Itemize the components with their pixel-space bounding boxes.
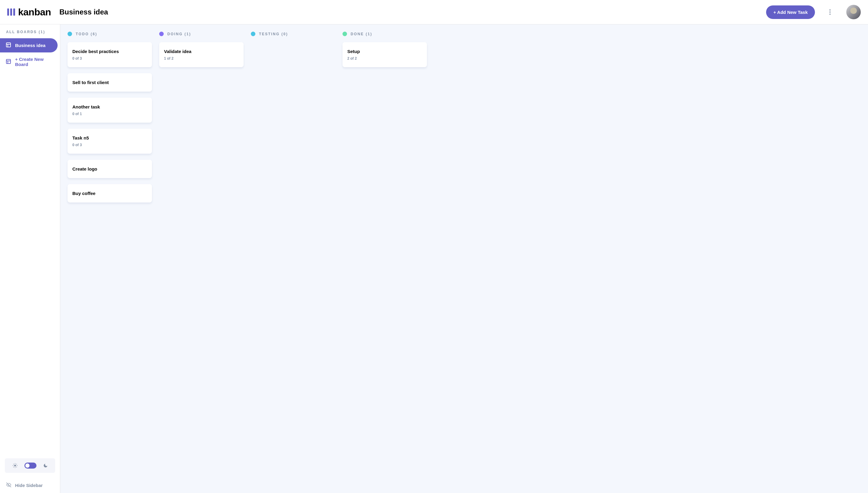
header: kanban Business idea + Add New Task — [0, 0, 868, 24]
svg-point-6 — [14, 465, 16, 467]
column-testing: TESTING (0) — [251, 31, 335, 486]
add-new-task-button[interactable]: + Add New Task — [766, 5, 815, 19]
column-header: DONE (1) — [342, 31, 427, 36]
column-color-dot — [342, 31, 347, 36]
column-header: DOING (1) — [159, 31, 244, 36]
task-card-subtask-count: 0 of 3 — [72, 143, 147, 147]
moon-icon — [43, 463, 48, 468]
hide-sidebar-button[interactable]: Hide Sidebar — [0, 478, 60, 493]
column-header: TODO (6) — [67, 31, 152, 36]
task-card[interactable]: Create logo — [67, 160, 152, 178]
hide-sidebar-label: Hide Sidebar — [15, 483, 43, 488]
create-new-board-button[interactable]: + Create New Board — [0, 52, 60, 71]
task-card-title: Task n5 — [72, 135, 147, 141]
board-title: Business idea — [59, 8, 108, 16]
task-card[interactable]: Decide best practices0 of 3 — [67, 42, 152, 67]
eye-off-icon — [6, 483, 12, 488]
theme-toggle-switch[interactable] — [24, 463, 37, 469]
board-icon — [6, 59, 11, 65]
column-doing: DOING (1)Validate idea1 of 2 — [159, 31, 244, 486]
task-card[interactable]: Task n50 of 3 — [67, 129, 152, 154]
avatar[interactable] — [846, 5, 861, 19]
task-card-subtask-count: 0 of 1 — [72, 112, 147, 116]
task-card-title: Another task — [72, 104, 147, 109]
task-card[interactable]: Buy coffee — [67, 184, 152, 202]
board-menu-button[interactable] — [827, 7, 833, 17]
boards-heading: ALL BOARDS (1) — [0, 24, 60, 38]
svg-rect-3 — [6, 59, 10, 64]
sidebar-item-label: Business idea — [15, 43, 45, 48]
app-logo: kanban — [7, 7, 51, 18]
task-card-title: Create logo — [72, 166, 147, 171]
app-name: kanban — [18, 7, 51, 18]
sidebar: ALL BOARDS (1) Business idea — [0, 24, 60, 493]
column-label: TODO (6) — [76, 32, 98, 36]
task-card-subtask-count: 2 of 2 — [347, 56, 422, 61]
column-todo: TODO (6)Decide best practices0 of 3Sell … — [67, 31, 152, 486]
task-card-title: Buy coffee — [72, 191, 147, 196]
task-card-title: Sell to first client — [72, 80, 147, 85]
column-color-dot — [251, 31, 255, 36]
column-color-dot — [67, 31, 72, 36]
task-card[interactable]: Validate idea1 of 2 — [159, 42, 244, 67]
column-done: DONE (1)Setup2 of 2 — [342, 31, 427, 486]
task-card-subtask-count: 0 of 3 — [72, 56, 147, 61]
sidebar-item-business-idea[interactable]: Business idea — [0, 38, 58, 52]
column-label: DONE (1) — [351, 32, 372, 36]
board-icon — [6, 42, 11, 48]
task-card[interactable]: Setup2 of 2 — [342, 42, 427, 67]
task-card[interactable]: Sell to first client — [67, 73, 152, 92]
column-label: TESTING (0) — [259, 32, 288, 36]
board-list: Business idea — [0, 38, 60, 52]
svg-rect-0 — [6, 43, 10, 47]
task-card-title: Validate idea — [164, 49, 239, 54]
board: TODO (6)Decide best practices0 of 3Sell … — [60, 24, 868, 493]
column-header: TESTING (0) — [251, 31, 335, 36]
task-card[interactable]: Another task0 of 1 — [67, 98, 152, 123]
task-card-title: Setup — [347, 49, 422, 54]
column-color-dot — [159, 31, 164, 36]
theme-toggle — [5, 458, 55, 473]
logo-icon — [7, 8, 15, 16]
sun-icon — [12, 463, 18, 468]
task-card-subtask-count: 1 of 2 — [164, 56, 239, 61]
create-board-label: + Create New Board — [15, 57, 54, 67]
task-card-title: Decide best practices — [72, 49, 147, 54]
column-label: DOING (1) — [167, 32, 191, 36]
